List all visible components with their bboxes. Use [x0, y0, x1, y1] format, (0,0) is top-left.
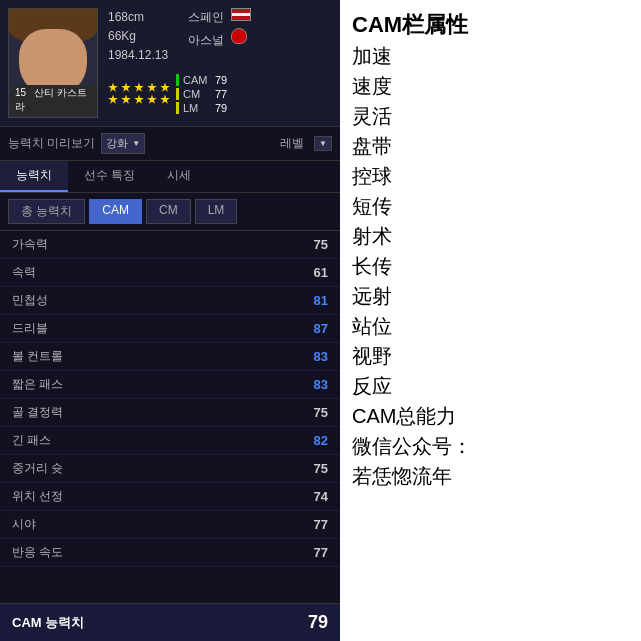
- tab-market[interactable]: 시세: [151, 161, 207, 192]
- player-name-badge-text: 산티 카스트라: [15, 87, 87, 112]
- pos-val: 79: [215, 102, 227, 114]
- enhance-dropdown[interactable]: 강화 ▼: [101, 133, 145, 154]
- right-panel-line: 灵活: [352, 101, 629, 131]
- pos-rating-item: CM 77: [176, 88, 227, 100]
- stat-name: 위치 선정: [12, 488, 63, 505]
- star-row-left: [108, 83, 170, 93]
- stat-row: 골 결정력 75: [0, 399, 340, 427]
- star-10: [160, 95, 170, 105]
- pos-rating-item: CAM 79: [176, 74, 227, 86]
- position-rating-list: CAM 79 CM 77 LM 79: [176, 74, 227, 114]
- club-badge-icon: [231, 28, 247, 44]
- pos-bar-icon: [176, 88, 179, 100]
- stat-name: 중거리 슛: [12, 460, 63, 477]
- stat-value: 82: [314, 433, 328, 448]
- stat-row: 긴 패스 82: [0, 427, 340, 455]
- stat-row: 가속력 75: [0, 231, 340, 259]
- stat-value: 81: [314, 293, 328, 308]
- pos-name: LM: [183, 102, 211, 114]
- right-panel-title: CAM栏属性: [352, 10, 629, 41]
- stat-value: 61: [314, 265, 328, 280]
- enhancement-label: 능력치 미리보기: [8, 135, 95, 152]
- right-panel-line: 射术: [352, 221, 629, 251]
- stat-value: 87: [314, 321, 328, 336]
- player-phys: 168cm 66Kg 1984.12.13: [108, 8, 168, 66]
- pos-name: CAM: [183, 74, 211, 86]
- stat-row: 볼 컨트롤 83: [0, 343, 340, 371]
- right-panel-line: 盘带: [352, 131, 629, 161]
- stats-list: 가속력 75 속력 61 민첩성 81 드리블 87 볼 컨트롤 83 짧은 패…: [0, 231, 340, 603]
- spain-flag-icon: [231, 8, 251, 21]
- pos-name: CM: [183, 88, 211, 100]
- player-number-badge-text: 15: [15, 87, 26, 98]
- right-panel-line: CAM总能力: [352, 401, 629, 431]
- player-weight: 66Kg: [108, 27, 168, 46]
- stat-value: 83: [314, 377, 328, 392]
- player-nation: 스페인 아스널: [188, 8, 251, 66]
- star-row-right: [108, 95, 170, 105]
- star-ratings: [108, 83, 170, 105]
- level-dropdown[interactable]: ▼: [314, 136, 332, 151]
- subtab-lm[interactable]: LM: [195, 199, 238, 224]
- pos-val: 79: [215, 74, 227, 86]
- star-4: [147, 83, 157, 93]
- enhance-btn-label: 강화: [106, 136, 128, 151]
- stat-name: 짧은 패스: [12, 376, 63, 393]
- right-panel-line: 站位: [352, 311, 629, 341]
- total-value: 79: [308, 612, 328, 633]
- stat-row: 민첩성 81: [0, 287, 340, 315]
- player-club: 아스널: [188, 33, 224, 47]
- right-panel-line: 反应: [352, 371, 629, 401]
- stat-value: 77: [314, 517, 328, 532]
- stat-value: 75: [314, 237, 328, 252]
- right-panel-line: 控球: [352, 161, 629, 191]
- stat-value: 77: [314, 545, 328, 560]
- club-row: 아스널: [188, 28, 247, 49]
- stat-row: 중거리 슛 75: [0, 455, 340, 483]
- level-chevron-icon: ▼: [319, 139, 327, 148]
- player-info: 168cm 66Kg 1984.12.13 스페인 아스널: [108, 8, 332, 114]
- enhance-chevron-icon: ▼: [132, 139, 140, 148]
- stat-value: 74: [314, 489, 328, 504]
- player-avatar: 15 산티 카스트라: [8, 8, 98, 118]
- pos-bar-icon: [176, 74, 179, 86]
- stat-name: 시야: [12, 516, 36, 533]
- subtab-cm[interactable]: CM: [146, 199, 191, 224]
- stat-name: 속력: [12, 264, 36, 281]
- stat-name: 반응 속도: [12, 544, 63, 561]
- right-panel-line: 若恁惚流年: [352, 461, 629, 491]
- subtab-total[interactable]: 총 능력치: [8, 199, 85, 224]
- right-panel-line: 视野: [352, 341, 629, 371]
- stat-name: 볼 컨트롤: [12, 348, 63, 365]
- stat-name: 드리블: [12, 320, 48, 337]
- tabs-row: 능력치 선수 특징 시세: [0, 161, 340, 193]
- stat-row: 시야 77: [0, 511, 340, 539]
- stat-name: 골 결정력: [12, 404, 63, 421]
- star-5: [160, 83, 170, 93]
- player-header: 15 산티 카스트라 168cm 66Kg 1984.12.13 스페인: [0, 0, 340, 127]
- subtab-cam[interactable]: CAM: [89, 199, 142, 224]
- pos-bar-icon: [176, 102, 179, 114]
- tab-player-traits[interactable]: 선수 특징: [68, 161, 151, 192]
- pos-rating-item: LM 79: [176, 102, 227, 114]
- right-panel-line: 加速: [352, 41, 629, 71]
- star-6: [108, 95, 118, 105]
- star-7: [121, 95, 131, 105]
- nationality-row: 스페인: [188, 8, 251, 26]
- star-1: [108, 83, 118, 93]
- stat-row: 위치 선정 74: [0, 483, 340, 511]
- player-height: 168cm: [108, 8, 168, 27]
- right-panel: CAM栏属性 加速速度灵活盘带控球短传射术长传远射站位视野反应CAM总能力微信公…: [340, 0, 641, 641]
- stat-value: 75: [314, 461, 328, 476]
- stat-row: 반응 속도 77: [0, 539, 340, 567]
- star-9: [147, 95, 157, 105]
- tab-stats[interactable]: 능력치: [0, 161, 68, 192]
- pos-val: 77: [215, 88, 227, 100]
- stat-name: 긴 패스: [12, 432, 51, 449]
- level-label: 레벨: [280, 135, 304, 152]
- player-stats-row: 168cm 66Kg 1984.12.13 스페인 아스널: [108, 8, 332, 66]
- total-label: CAM 능력치: [12, 614, 84, 632]
- stat-row: 속력 61: [0, 259, 340, 287]
- stat-row: 짧은 패스 83: [0, 371, 340, 399]
- stat-value: 75: [314, 405, 328, 420]
